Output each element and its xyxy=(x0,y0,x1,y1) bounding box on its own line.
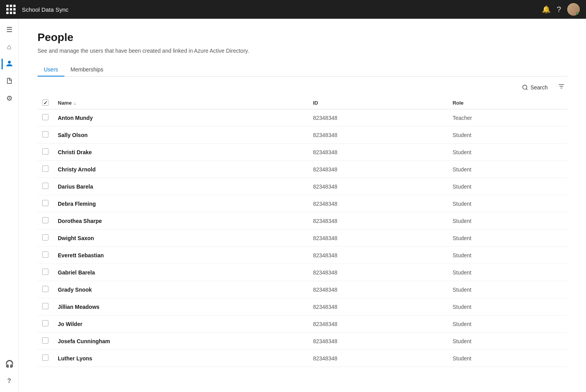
row-checkbox-14[interactable] xyxy=(42,355,48,361)
row-checkbox-10[interactable] xyxy=(42,286,48,292)
row-checkbox-1[interactable] xyxy=(42,131,48,137)
row-check-11 xyxy=(38,298,53,315)
table-row[interactable]: Dwight Saxon 82348348 Student xyxy=(38,230,567,247)
row-id-8: 82348348 xyxy=(308,247,448,264)
row-name-1: Sally Olson xyxy=(53,127,308,144)
row-check-0 xyxy=(38,109,53,127)
row-check-12 xyxy=(38,315,53,333)
table-row[interactable]: Gabriel Barela 82348348 Student xyxy=(38,264,567,281)
row-check-1 xyxy=(38,127,53,144)
sidebar-item-documents[interactable] xyxy=(2,73,17,89)
filter-button[interactable] xyxy=(556,81,567,93)
topbar-actions: 🔔 ? xyxy=(542,3,580,16)
row-id-0: 82348348 xyxy=(308,109,448,127)
table-row[interactable]: Jillian Meadows 82348348 Student xyxy=(38,298,567,315)
table-row[interactable]: Luther Lyons 82348348 Student xyxy=(38,350,567,367)
help-icon[interactable]: ? xyxy=(557,5,561,14)
table-row[interactable]: Everett Sebastian 82348348 Student xyxy=(38,247,567,264)
row-checkbox-2[interactable] xyxy=(42,148,48,155)
headset-icon: 🎧 xyxy=(5,360,14,367)
row-check-3 xyxy=(38,161,53,178)
row-checkbox-0[interactable] xyxy=(42,114,48,120)
table-row[interactable]: Jo Wilder 82348348 Student xyxy=(38,315,567,333)
sidebar-item-menu[interactable]: ☰ xyxy=(2,22,17,37)
row-checkbox-11[interactable] xyxy=(42,303,48,309)
table-row[interactable]: Christi Drake 82348348 Student xyxy=(38,144,567,161)
row-id-12: 82348348 xyxy=(308,315,448,333)
row-role-2: Student xyxy=(448,144,567,161)
home-icon: ⌂ xyxy=(7,43,11,50)
row-role-4: Student xyxy=(448,178,567,195)
table-row[interactable]: Grady Snook 82348348 Student xyxy=(38,281,567,298)
row-name-3: Christy Arnold xyxy=(53,161,308,178)
select-all-checkbox[interactable]: ✓ xyxy=(42,100,48,106)
page-subtitle: See and manage the users that have been … xyxy=(38,48,567,54)
row-checkbox-5[interactable] xyxy=(42,200,48,206)
row-checkbox-9[interactable] xyxy=(42,269,48,275)
notification-icon[interactable]: 🔔 xyxy=(542,5,550,14)
row-name-12: Jo Wilder xyxy=(53,315,308,333)
row-name-6: Dorothea Sharpe xyxy=(53,212,308,230)
table-row[interactable]: Debra Fleming 82348348 Student xyxy=(38,195,567,212)
svg-point-0 xyxy=(523,85,527,89)
table-row[interactable]: Darius Barela 82348348 Student xyxy=(38,178,567,195)
main-content: People See and manage the users that hav… xyxy=(19,19,586,392)
row-check-6 xyxy=(38,212,53,230)
row-check-5 xyxy=(38,195,53,212)
row-check-2 xyxy=(38,144,53,161)
row-checkbox-7[interactable] xyxy=(42,234,48,241)
row-check-4 xyxy=(38,178,53,195)
row-name-0: Anton Mundy xyxy=(53,109,308,127)
grid-menu-icon[interactable] xyxy=(6,5,16,14)
row-role-9: Student xyxy=(448,264,567,281)
row-id-2: 82348348 xyxy=(308,144,448,161)
app-title: School Data Sync xyxy=(22,6,542,13)
row-id-14: 82348348 xyxy=(308,350,448,367)
row-check-9 xyxy=(38,264,53,281)
tab-memberships[interactable]: Memberships xyxy=(64,63,110,77)
sidebar-item-support[interactable]: 🎧 xyxy=(2,356,17,372)
row-name-4: Darius Barela xyxy=(53,178,308,195)
table-header-check: ✓ xyxy=(38,96,53,109)
row-id-7: 82348348 xyxy=(308,230,448,247)
sidebar-item-help[interactable]: ? xyxy=(2,373,17,389)
sidebar-item-people[interactable] xyxy=(2,56,17,72)
svg-line-1 xyxy=(526,89,527,90)
table-row[interactable]: Dorothea Sharpe 82348348 Student xyxy=(38,212,567,230)
table-row[interactable]: Christy Arnold 82348348 Student xyxy=(38,161,567,178)
question-icon: ? xyxy=(7,378,11,384)
table-header-name[interactable]: Name ↓ xyxy=(53,96,308,109)
row-name-8: Everett Sebastian xyxy=(53,247,308,264)
row-checkbox-13[interactable] xyxy=(42,337,48,344)
avatar-presence-dot xyxy=(576,12,580,16)
table-row[interactable]: Sally Olson 82348348 Student xyxy=(38,127,567,144)
row-checkbox-12[interactable] xyxy=(42,320,48,326)
row-id-4: 82348348 xyxy=(308,178,448,195)
row-id-5: 82348348 xyxy=(308,195,448,212)
search-button[interactable]: Search xyxy=(519,83,551,92)
row-role-1: Student xyxy=(448,127,567,144)
row-checkbox-6[interactable] xyxy=(42,217,48,223)
avatar[interactable] xyxy=(567,3,580,16)
row-checkbox-3[interactable] xyxy=(42,166,48,172)
row-role-3: Student xyxy=(448,161,567,178)
table-toolbar: Search xyxy=(38,77,567,96)
filter-icon xyxy=(558,83,565,90)
row-name-7: Dwight Saxon xyxy=(53,230,308,247)
table-row[interactable]: Josefa Cunningham 82348348 Student xyxy=(38,333,567,350)
row-role-7: Student xyxy=(448,230,567,247)
documents-icon xyxy=(6,77,13,86)
tab-users[interactable]: Users xyxy=(38,63,64,77)
sidebar: ☰ ⌂ ⚙ 🎧 ? xyxy=(0,19,19,392)
row-id-13: 82348348 xyxy=(308,333,448,350)
row-name-13: Josefa Cunningham xyxy=(53,333,308,350)
row-checkbox-8[interactable] xyxy=(42,251,48,258)
sidebar-item-settings[interactable]: ⚙ xyxy=(2,91,17,106)
row-checkbox-4[interactable] xyxy=(42,183,48,189)
row-role-12: Student xyxy=(448,315,567,333)
row-role-10: Student xyxy=(448,281,567,298)
row-id-6: 82348348 xyxy=(308,212,448,230)
sidebar-item-home[interactable]: ⌂ xyxy=(2,39,17,55)
table-row[interactable]: Anton Mundy 82348348 Teacher xyxy=(38,109,567,127)
row-name-10: Grady Snook xyxy=(53,281,308,298)
